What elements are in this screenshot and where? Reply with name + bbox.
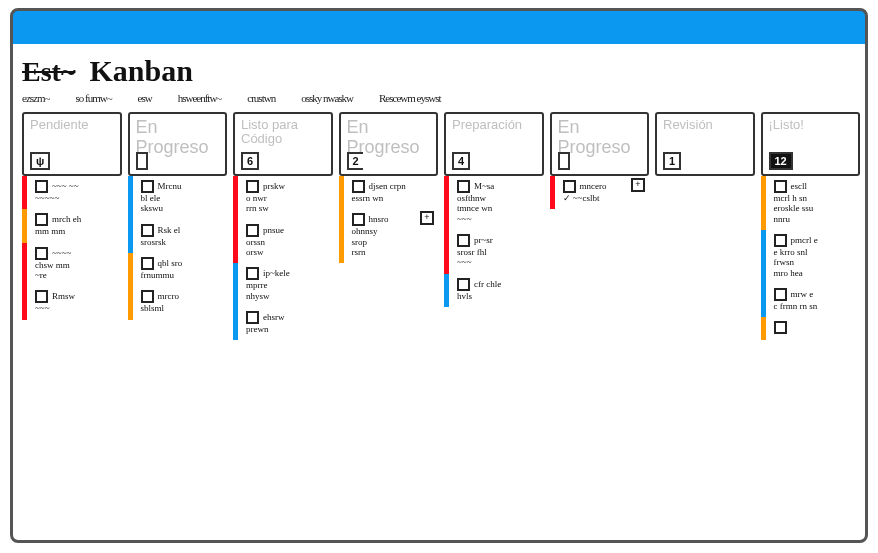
column-count: ψ [30, 152, 50, 170]
nav-item-0[interactable]: ezszm~ [22, 92, 49, 104]
kanban-card[interactable]: Rmsw~~~ [29, 286, 122, 319]
column-4: Preparación4M~saosfthnwtmnce wn~~~pr~srs… [444, 112, 544, 307]
kanban-card[interactable]: pmcrl ee krro snlfrwsnmro hea [768, 230, 861, 284]
card-checkbox-icon [457, 234, 470, 247]
nav-item-3[interactable]: hsweenftw~ [178, 92, 222, 104]
column-segment: qbl srofrnummumrcrosblsml [128, 253, 228, 320]
kanban-card[interactable]: +hnsroohnnsysroprsrn [346, 209, 439, 263]
column-count [558, 152, 570, 170]
kanban-card[interactable]: prskwo nwrrrn sw [240, 176, 333, 220]
card-checkbox-icon [352, 213, 365, 226]
column-title: ¡Listo! [769, 118, 853, 132]
column-header[interactable]: Revisión1 [655, 112, 755, 176]
column-count: 4 [452, 152, 470, 170]
column-title: En Progreso [136, 118, 220, 158]
nav-item-5[interactable]: ossky nwaskw [301, 92, 353, 104]
column-segment: djsen crpnessrn wn+hnsroohnnsysroprsrn [339, 176, 439, 263]
column-segment: ~~~~chsw mm~reRmsw~~~ [22, 243, 122, 320]
window-top-bar [12, 10, 866, 44]
column-count: 6 [241, 152, 259, 170]
column-header[interactable]: En Progreso2 [339, 112, 439, 176]
card-checkbox-icon [774, 288, 787, 301]
kanban-card[interactable]: ~~~~chsw mm~re [29, 243, 122, 287]
column-segment: cfr chlehvls [444, 274, 544, 307]
kanban-card[interactable]: qbl srofrnummu [135, 253, 228, 286]
column-segment: ip~kelemprrenhyswehsrwprewn [233, 263, 333, 340]
column-header[interactable]: Pendienteψ [22, 112, 122, 176]
plus-icon[interactable]: + [631, 178, 645, 192]
card-checkbox-icon [141, 180, 154, 193]
kanban-card[interactable] [768, 317, 861, 340]
kanban-board: Pendienteψ~~~ ~~~~~~~mrch ehmm mm~~~~chs… [22, 112, 860, 340]
card-checkbox-icon [457, 180, 470, 193]
card-checkbox-icon [246, 224, 259, 237]
plus-icon[interactable]: + [420, 211, 434, 225]
nav-bar: ezszm~so fumw~eswhsweenftw~crustwnossky … [22, 92, 860, 104]
column-title: Preparación [452, 118, 536, 132]
card-checkbox-icon [246, 311, 259, 324]
card-checkbox-icon [563, 180, 576, 193]
nav-item-2[interactable]: esw [138, 92, 152, 104]
page-title: Kanban [89, 54, 192, 88]
column-5: En Progreso+mncero✓ ~~cslbt [550, 112, 650, 209]
card-checkbox-icon [141, 290, 154, 303]
card-checkbox-icon [35, 213, 48, 226]
card-checkbox-icon [35, 247, 48, 260]
column-title: Listo para Código [241, 118, 325, 147]
column-title: Pendiente [30, 118, 114, 132]
column-header[interactable]: En Progreso [550, 112, 650, 176]
card-checkbox-icon [774, 180, 787, 193]
kanban-card[interactable]: ehsrwprewn [240, 307, 333, 340]
kanban-card[interactable]: ~~~ ~~~~~~~ [29, 176, 122, 209]
column-header[interactable]: ¡Listo!12 [761, 112, 861, 176]
kanban-card[interactable]: mrw ec frmn rn sn [768, 284, 861, 317]
kanban-card[interactable]: Rsk elsrosrsk [135, 220, 228, 253]
kanban-card[interactable]: pnsueorssnorsw [240, 220, 333, 264]
kanban-card[interactable]: Mrcnubl eleskswu [135, 176, 228, 220]
card-checkbox-icon [457, 278, 470, 291]
column-3: En Progreso2djsen crpnessrn wn+hnsroohnn… [339, 112, 439, 263]
kanban-card[interactable]: pr~srsrosr fhl~~~ [451, 230, 544, 274]
card-checkbox-icon [141, 224, 154, 237]
column-segment: Mrcnubl eleskswuRsk elsrosrsk [128, 176, 228, 253]
kanban-card[interactable]: mrch ehmm mm [29, 209, 122, 242]
card-checkbox-icon [774, 321, 787, 334]
card-checkbox-icon [141, 257, 154, 270]
column-segment: pmcrl ee krro snlfrwsnmro heamrw ec frmn… [761, 230, 861, 317]
nav-item-6[interactable]: Rescewm eyswst [379, 92, 440, 104]
kanban-card[interactable]: +mncero✓ ~~cslbt [557, 176, 650, 209]
kanban-card[interactable]: ip~kelemprrenhysw [240, 263, 333, 307]
column-count: 1 [663, 152, 681, 170]
column-2: Listo para Código6prskwo nwrrrn swpnsueo… [233, 112, 333, 340]
column-segment [761, 317, 861, 340]
column-0: Pendienteψ~~~ ~~~~~~~mrch ehmm mm~~~~chs… [22, 112, 122, 320]
kanban-card[interactable]: cfr chlehvls [451, 274, 544, 307]
column-header[interactable]: En Progreso [128, 112, 228, 176]
card-checkbox-icon [352, 180, 365, 193]
column-7: ¡Listo!12escllmcrl h sneroskle ssunnrupm… [761, 112, 861, 340]
column-header[interactable]: Listo para Código6 [233, 112, 333, 176]
column-segment: mrch ehmm mm [22, 209, 122, 242]
kanban-card[interactable]: escllmcrl h sneroskle ssunnru [768, 176, 861, 230]
card-checkbox-icon [35, 180, 48, 193]
column-segment: prskwo nwrrrn swpnsueorssnorsw [233, 176, 333, 263]
nav-item-4[interactable]: crustwn [247, 92, 275, 104]
column-header[interactable]: Preparación4 [444, 112, 544, 176]
column-title: Revisión [663, 118, 747, 132]
card-checkbox-icon [35, 290, 48, 303]
kanban-card[interactable]: M~saosfthnwtmnce wn~~~ [451, 176, 544, 230]
column-segment: escllmcrl h sneroskle ssunnru [761, 176, 861, 230]
column-count: 2 [347, 152, 363, 170]
nav-item-1[interactable]: so fumw~ [75, 92, 111, 104]
kanban-card[interactable]: djsen crpnessrn wn [346, 176, 439, 209]
column-6: Revisión1 [655, 112, 755, 176]
column-count [136, 152, 148, 170]
logo-scribble: Est~ [22, 56, 75, 88]
card-checkbox-icon [246, 267, 259, 280]
column-segment: M~saosfthnwtmnce wn~~~pr~srsrosr fhl~~~ [444, 176, 544, 274]
column-title: En Progreso [558, 118, 642, 158]
title-row: Est~ Kanban [22, 54, 860, 88]
column-segment: +mncero✓ ~~cslbt [550, 176, 650, 209]
kanban-card[interactable]: mrcrosblsml [135, 286, 228, 319]
column-segment: ~~~ ~~~~~~~ [22, 176, 122, 209]
